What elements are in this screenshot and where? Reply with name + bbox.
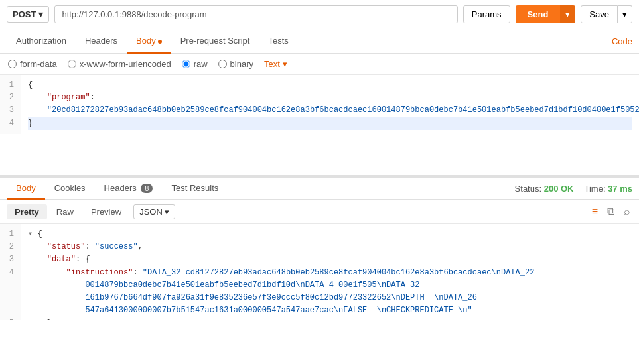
- req-tabs-bar: Authorization Headers Body Pre-request S…: [0, 29, 639, 54]
- resp-format-bar: Pretty Raw Preview JSON ▾ ≡ ⧉ ⌕: [0, 200, 639, 224]
- opt-raw[interactable]: raw: [182, 59, 208, 69]
- save-dropdown[interactable]: ▾: [618, 5, 632, 23]
- code-area: 1 2 3 4 { "program": "20cd81272827eb93ad…: [0, 75, 639, 134]
- body-options: form-data x-www-form-urlencoded raw bina…: [0, 54, 639, 75]
- time-label: Time: 37 ms: [584, 184, 632, 194]
- text-format-dropdown[interactable]: Text ▾: [264, 59, 287, 69]
- time-value: 37 ms: [608, 184, 632, 194]
- top-bar: POST ▾ Params Send ▾ Save ▾: [0, 0, 639, 29]
- response-editor[interactable]: 1 2 3 4 5 6 ▾ { "status": "success", "da…: [0, 224, 639, 320]
- wrap-icon[interactable]: ≡: [590, 204, 600, 219]
- send-dropdown[interactable]: ▾: [560, 5, 575, 23]
- method-arrow: ▾: [38, 9, 43, 19]
- fmt-tab-pretty[interactable]: Pretty: [7, 204, 47, 219]
- resp-tab-cookies[interactable]: Cookies: [45, 178, 95, 200]
- text-format-arrow: ▾: [283, 59, 287, 69]
- resp-status: Status: 200 OK Time: 37 ms: [515, 184, 632, 194]
- json-format-dropdown[interactable]: JSON ▾: [133, 204, 175, 219]
- opt-form-data[interactable]: form-data: [8, 59, 57, 69]
- method-label: POST: [13, 9, 36, 19]
- fmt-tab-preview[interactable]: Preview: [83, 204, 129, 219]
- save-btn-group: Save ▾: [581, 5, 632, 23]
- status-label: Status: 200 OK: [515, 184, 574, 194]
- resp-tab-body[interactable]: Body: [7, 178, 45, 200]
- resp-tabs-bar: Body Cookies Headers 8 Test Results Stat…: [0, 178, 639, 200]
- fmt-tab-raw[interactable]: Raw: [48, 204, 82, 219]
- resp-tab-headers[interactable]: Headers 8: [95, 178, 163, 200]
- tab-headers[interactable]: Headers: [76, 29, 127, 54]
- tab-tests[interactable]: Tests: [259, 29, 297, 54]
- headers-badge: 8: [141, 184, 153, 193]
- params-button[interactable]: Params: [463, 5, 510, 23]
- method-select[interactable]: POST ▾: [7, 6, 49, 23]
- tab-prerequest[interactable]: Pre-request Script: [171, 29, 259, 54]
- url-input[interactable]: [54, 5, 457, 23]
- code-link[interactable]: Code: [612, 36, 632, 46]
- copy-icon[interactable]: ⧉: [605, 204, 616, 219]
- send-btn-group: Send ▾: [516, 5, 576, 23]
- opt-urlencoded[interactable]: x-www-form-urlencoded: [68, 59, 171, 69]
- tab-authorization[interactable]: Authorization: [7, 29, 76, 54]
- json-arrow: ▾: [165, 207, 169, 217]
- resp-line-numbers: 1 2 3 4 5 6: [0, 224, 21, 320]
- tab-body[interactable]: Body: [127, 29, 171, 54]
- search-icon[interactable]: ⌕: [622, 204, 632, 219]
- json-label: JSON: [139, 207, 163, 217]
- resp-tab-testresults[interactable]: Test Results: [162, 178, 228, 200]
- status-value: 200 OK: [544, 184, 574, 194]
- save-button[interactable]: Save: [581, 5, 618, 23]
- line-numbers: 1 2 3 4: [0, 75, 21, 134]
- request-editor[interactable]: 1 2 3 4 { "program": "20cd81272827eb93ad…: [0, 75, 639, 178]
- resp-code-content[interactable]: ▾ { "status": "success", "data": { "inst…: [21, 224, 639, 320]
- resp-code-area: 1 2 3 4 5 6 ▾ { "status": "success", "da…: [0, 224, 639, 320]
- resp-icons: ≡ ⧉ ⌕: [590, 204, 632, 219]
- text-format-label: Text: [264, 59, 280, 69]
- send-button[interactable]: Send: [516, 5, 561, 23]
- body-dot: [158, 40, 162, 44]
- code-content[interactable]: { "program": "20cd81272827eb93adac648bb0…: [21, 75, 639, 134]
- opt-binary[interactable]: binary: [218, 59, 253, 69]
